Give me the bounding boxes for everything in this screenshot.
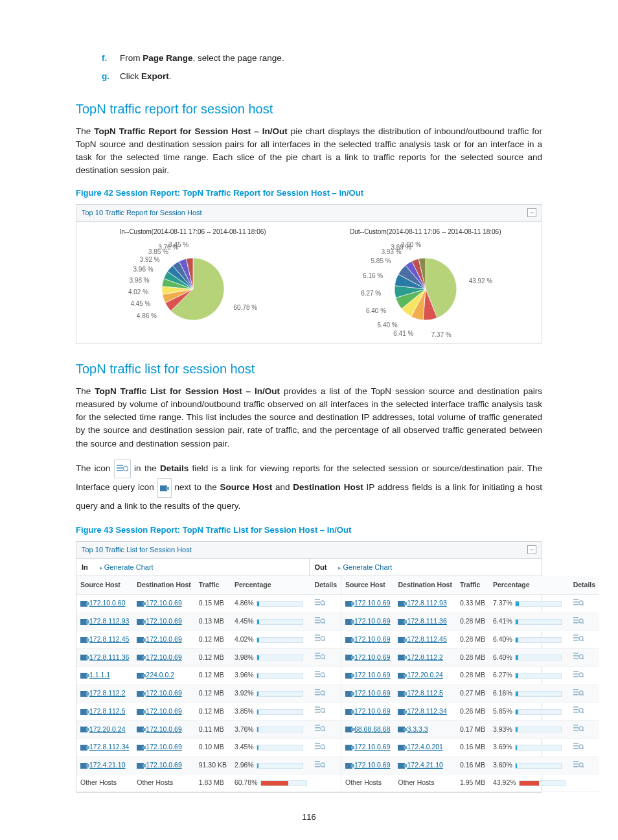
host-icon[interactable] [345, 727, 352, 732]
host-icon[interactable] [345, 763, 352, 769]
ip-link[interactable]: 172.10.0.69 [354, 689, 390, 697]
details-icon[interactable] [573, 653, 584, 661]
details-icon[interactable] [315, 707, 325, 715]
host-icon[interactable] [398, 745, 405, 751]
ip-link[interactable]: 172.10.0.69 [146, 635, 181, 643]
pie-chart-out[interactable]: 43.92 %7.37 %6.41 %6.40 %6.40 %6.27 %6.1… [314, 240, 536, 338]
ip-link[interactable]: 172.8.112.2 [407, 653, 442, 661]
ip-link[interactable]: 172.10.0.69 [146, 725, 181, 733]
ip-link[interactable]: 172.8.112.45 [89, 635, 129, 643]
ip-link[interactable]: 172.10.0.69 [354, 671, 390, 679]
host-icon[interactable] [80, 637, 87, 643]
details-icon[interactable] [573, 762, 584, 769]
details-icon[interactable] [315, 725, 325, 733]
host-icon[interactable] [398, 709, 405, 715]
details-icon[interactable] [573, 743, 584, 751]
ip-link[interactable]: 172.8.112.34 [407, 707, 446, 715]
host-icon[interactable] [80, 673, 87, 679]
ip-link[interactable]: 172.10.0.69 [146, 617, 181, 625]
ip-link[interactable]: 172.10.0.69 [354, 707, 390, 715]
ip-link[interactable]: 172.8.112.45 [407, 635, 446, 643]
host-icon[interactable] [398, 655, 405, 660]
ip-link[interactable]: 172.10.0.69 [146, 761, 181, 769]
details-icon[interactable] [573, 707, 584, 715]
host-icon[interactable] [137, 727, 144, 732]
ip-link[interactable]: 3.3.3.3 [407, 725, 428, 733]
host-icon[interactable] [137, 745, 144, 751]
ip-link[interactable]: 172.4.0.201 [407, 743, 442, 751]
ip-link[interactable]: 172.4.21.10 [407, 761, 442, 769]
generate-chart-link[interactable]: Generate Chart [100, 562, 154, 573]
host-icon[interactable] [137, 655, 144, 660]
ip-link[interactable]: 172.10.0.69 [146, 653, 181, 661]
host-icon[interactable] [345, 709, 352, 715]
ip-link[interactable]: 172.8.112.5 [407, 689, 442, 697]
pie-chart-in[interactable]: 60.78 %4.86 %4.45 %4.02 %3.98 %3.96 %3.9… [82, 240, 304, 338]
ip-link[interactable]: 172.8.112.5 [89, 707, 125, 715]
collapse-icon[interactable]: − [527, 208, 536, 217]
ip-link[interactable]: 224.0.0.2 [146, 671, 174, 679]
host-icon[interactable] [80, 727, 87, 732]
host-icon[interactable] [398, 637, 405, 643]
host-icon[interactable] [137, 601, 144, 607]
details-icon[interactable] [315, 743, 325, 751]
details-icon[interactable] [315, 600, 325, 607]
ip-link[interactable]: 172.10.0.60 [89, 599, 125, 607]
details-icon[interactable] [573, 671, 584, 679]
host-icon[interactable] [80, 709, 87, 715]
host-icon[interactable] [137, 673, 144, 679]
ip-link[interactable]: 172.10.0.69 [354, 617, 390, 625]
ip-link[interactable]: 172.10.0.69 [354, 743, 390, 751]
ip-link[interactable]: 172.10.0.69 [354, 635, 390, 643]
ip-link[interactable]: 1.1.1.1 [89, 671, 110, 679]
ip-link[interactable]: 172.10.0.69 [354, 653, 390, 661]
details-icon[interactable] [315, 690, 325, 697]
host-icon[interactable] [345, 673, 352, 679]
host-icon[interactable] [137, 691, 144, 697]
host-icon[interactable] [345, 655, 352, 660]
host-icon[interactable] [80, 763, 87, 769]
host-icon[interactable] [137, 709, 144, 715]
collapse-icon[interactable]: − [527, 545, 536, 554]
ip-link[interactable]: 68.68.68.68 [354, 725, 390, 733]
ip-link[interactable]: 172.10.0.69 [146, 689, 181, 697]
host-icon[interactable] [398, 691, 405, 697]
ip-link[interactable]: 172.8.112.2 [89, 689, 125, 697]
details-icon[interactable] [573, 690, 584, 697]
details-icon[interactable] [315, 635, 325, 643]
host-icon[interactable] [398, 619, 405, 625]
ip-link[interactable]: 172.8.112.93 [89, 617, 129, 625]
details-icon[interactable] [573, 635, 584, 643]
host-icon[interactable] [345, 745, 352, 751]
ip-link[interactable]: 172.20.0.24 [407, 671, 442, 679]
host-icon[interactable] [345, 619, 352, 625]
ip-link[interactable]: 172.8.112.93 [407, 599, 446, 607]
ip-link[interactable]: 172.20.0.24 [89, 725, 125, 733]
host-icon[interactable] [398, 673, 405, 679]
host-icon[interactable] [398, 601, 405, 607]
ip-link[interactable]: 172.8.111.36 [407, 617, 446, 625]
details-icon[interactable] [573, 725, 584, 733]
host-icon[interactable] [80, 691, 87, 697]
ip-link[interactable]: 172.10.0.69 [146, 707, 181, 715]
host-icon[interactable] [80, 655, 87, 660]
host-icon[interactable] [398, 727, 405, 732]
host-icon[interactable] [137, 763, 144, 769]
ip-link[interactable]: 172.10.0.69 [354, 599, 390, 607]
host-icon[interactable] [80, 619, 87, 625]
host-icon[interactable] [345, 601, 352, 607]
ip-link[interactable]: 172.8.112.34 [89, 743, 129, 751]
ip-link[interactable]: 172.10.0.69 [354, 761, 390, 769]
host-icon[interactable] [80, 601, 87, 607]
ip-link[interactable]: 172.8.111.36 [89, 653, 129, 661]
details-icon[interactable] [315, 762, 325, 769]
host-icon[interactable] [398, 763, 405, 769]
ip-link[interactable]: 172.4.21.10 [89, 761, 125, 769]
host-icon[interactable] [80, 745, 87, 751]
details-icon[interactable] [573, 618, 584, 625]
ip-link[interactable]: 172.10.0.69 [146, 599, 181, 607]
host-icon[interactable] [345, 637, 352, 643]
host-icon[interactable] [137, 637, 144, 643]
details-icon[interactable] [315, 653, 325, 661]
host-icon[interactable] [345, 691, 352, 697]
